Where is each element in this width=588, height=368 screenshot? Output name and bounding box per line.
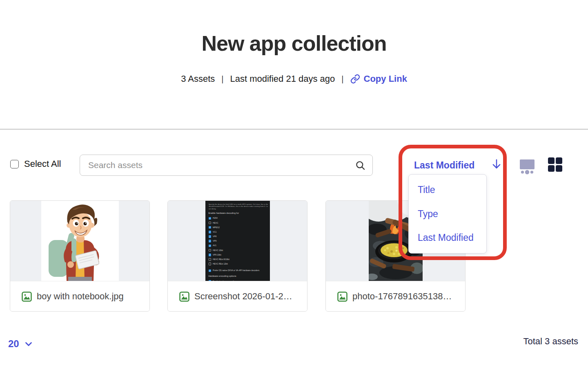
sort-button[interactable]: Last Modified [414,160,474,171]
checked-checkbox-icon: ✓ [209,235,212,238]
checked-checkbox-icon: ✓ [209,280,212,281]
screenshot-sections: Enable hardware decoding for✓H264HEVC✓MP… [209,212,268,281]
screenshot-checkbox-row: HEVC 10bit [209,248,268,253]
grid-view-toggle-icon[interactable] [548,157,563,174]
last-modified-text: Last modified 21 days ago [230,74,335,84]
select-all-control[interactable]: Select All [10,159,61,169]
screenshot-intro-line: are doing. [209,208,268,210]
collection-page: New app collection 3 Assets | Last modif… [0,0,588,368]
screenshot-checkbox-label: HEVC 10bit [213,249,223,251]
screenshot-checkbox-row: ✓H264 [209,216,268,220]
screenshot-checkbox-label: VC1 [213,231,216,233]
screenshot-checkbox-row: HEVC RExt 8/10bit [209,257,268,262]
screenshot-section-header: Enable hardware decoding for [209,212,268,214]
screenshot-checkbox-label: HEVC [213,222,218,224]
screenshot-checkbox-label: Enable hardware encoding [213,280,236,281]
boy-illustration [41,201,119,281]
screenshot-checkbox-row: ✓AV1 [209,243,268,248]
screenshot-checkbox-label: VP9 [213,240,216,242]
asset-card-screenshot[interactable]: Specify the device for Intel QSV on a mu… [167,200,307,312]
asset-card-boy-with-notebook[interactable]: boy with notebook.jpg [10,200,150,312]
meta-separator: | [221,74,223,84]
image-asset-icon [179,292,189,302]
checked-checkbox-icon: ✓ [209,231,212,233]
screenshot-section: Enable hardware decoding for✓H264HEVC✓MP… [209,212,268,266]
screenshot-checkbox-row: ✓VC1 [209,230,268,234]
search-input[interactable] [80,160,355,170]
unchecked-checkbox-icon [209,258,212,261]
asset-filename: boy with notebook.jpg [37,291,124,302]
screenshot-checkbox-label: H264 [213,217,217,219]
asset-card-footer: photo-1767891635138… [326,281,465,312]
asset-filename: photo-1767891635138… [352,291,452,302]
unchecked-checkbox-icon [209,263,212,265]
screenshot-checkbox-label: HEVC RExt 8/10bit [213,258,229,260]
sort-button-label: Last Modified [414,160,474,171]
chevron-down-icon [23,339,34,349]
screenshot-checkbox-label: VP9 10bit [213,254,221,256]
image-asset-icon [337,292,347,302]
unchecked-checkbox-icon [209,222,212,224]
screenshot-checkbox-row: HEVC [209,220,268,225]
collection-meta: 3 Assets | Last modified 21 days ago | C… [0,74,588,84]
checked-checkbox-icon: ✓ [209,269,212,272]
checked-checkbox-icon: ✓ [209,217,212,220]
meta-separator: | [341,74,343,84]
screenshot-checkbox-row: ✓VP9 [209,239,268,243]
card-view-toggle-icon[interactable] [519,159,535,177]
screenshot-checkbox-row: ✓Enable hardware encoding [209,279,268,281]
sort-option-type[interactable]: Type [409,202,486,226]
screenshot-checkbox-row: ✓VP8 [209,234,268,239]
sort-direction-arrow-icon[interactable] [490,157,503,173]
screenshot-section: ✓Prefer OS native DXVA or VA-API hardwar… [209,268,268,273]
sort-option-title[interactable]: Title [409,178,486,202]
screenshot-intro-line: /dev/dri/renderD128. On Windows, this is… [209,205,268,207]
page-title: New app collection [0,31,588,56]
screenshot-section: Hardware encoding options✓Enable hardwar… [209,275,268,281]
asset-filename: Screenshot 2026-01-2… [194,291,292,302]
screenshot-intro: Specify the device for Intel QSV on a mu… [209,203,268,210]
page-size-selector[interactable]: 20 [8,338,34,350]
link-icon [350,74,360,84]
image-asset-icon [22,292,32,302]
copy-link-label: Copy Link [364,74,407,84]
copy-link-button[interactable]: Copy Link [350,74,407,84]
screenshot-checkbox-row: ✓VP9 10bit [209,253,268,257]
asset-thumbnail[interactable] [10,201,149,281]
page-size-value: 20 [8,338,19,350]
select-all-label: Select All [24,159,61,169]
sort-option-last-modified[interactable]: Last Modified [409,226,486,250]
checked-checkbox-icon: ✓ [209,226,212,229]
asset-thumbnail[interactable]: Specify the device for Intel QSV on a mu… [168,201,307,281]
screenshot-checkbox-label: HEVC RExt 12bit [213,263,228,265]
screenshot-checkbox-row: HEVC RExt 12bit [209,262,268,266]
screenshot-checkbox-label: MPEG2 [213,227,220,229]
screenshot-checkbox-row: ✓Prefer OS native DXVA or VA-API hardwar… [209,268,268,273]
screenshot-checkbox-label: Prefer OS native DXVA or VA-API hardware… [213,269,259,272]
total-assets-label: Total 3 assets [523,336,578,347]
unchecked-checkbox-icon [209,249,212,252]
asset-card-footer: Screenshot 2026-01-2… [168,281,307,312]
screenshot-checkbox-label: AV1 [213,245,216,247]
section-divider [0,129,588,130]
checked-checkbox-icon: ✓ [209,254,212,256]
asset-count: 3 Assets [181,74,215,84]
search-box[interactable] [80,155,373,176]
select-all-checkbox[interactable] [10,160,19,168]
checked-checkbox-icon: ✓ [209,240,212,242]
checked-checkbox-icon: ✓ [209,245,212,247]
screenshot-section-header: Hardware encoding options [209,275,268,277]
settings-screenshot-thumb: Specify the device for Intel QSV on a mu… [205,201,270,281]
sort-dropdown-menu: Title Type Last Modified [408,174,487,254]
screenshot-checkbox-label: VP8 [213,236,216,238]
search-icon[interactable] [355,160,366,171]
screenshot-checkbox-row: ✓MPEG2 [209,225,268,230]
asset-card-footer: boy with notebook.jpg [10,281,149,312]
